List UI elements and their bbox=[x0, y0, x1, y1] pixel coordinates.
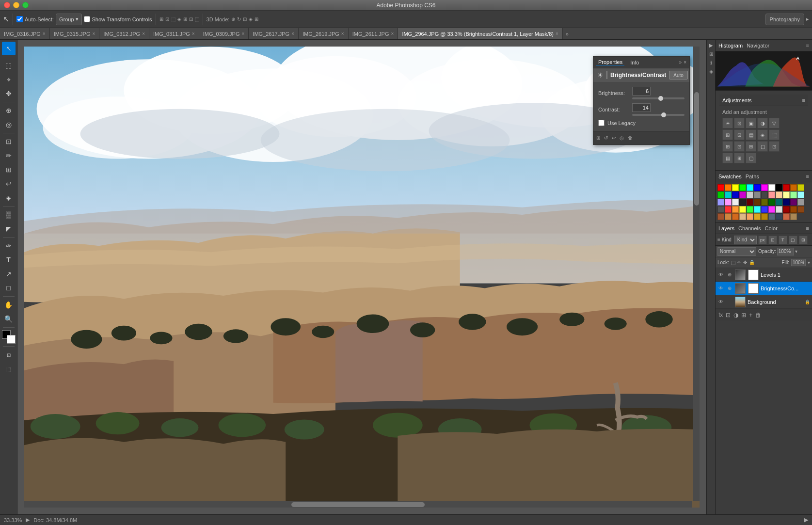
adj-photofilter-icon[interactable]: ◈ bbox=[757, 129, 768, 140]
swatch-37[interactable] bbox=[797, 206, 804, 213]
path-selection-btn[interactable]: ↗ bbox=[2, 267, 16, 281]
info-tab[interactable]: Info bbox=[628, 60, 641, 65]
layer-vis-background[interactable]: 👁 bbox=[717, 299, 724, 305]
swatch-15[interactable] bbox=[725, 199, 732, 206]
auto-select-type[interactable]: Group ▾ bbox=[56, 14, 82, 25]
filter-icon-2[interactable]: ⊡ bbox=[768, 236, 777, 244]
adj-colorlookup-icon[interactable]: ⊞ bbox=[722, 141, 733, 152]
swatch-8[interactable] bbox=[761, 191, 768, 198]
adj-vibrance-icon[interactable]: ▽ bbox=[769, 118, 780, 128]
layer-item-brightness[interactable]: 👁 ⊕ Brightness/Co... bbox=[716, 282, 812, 295]
swatch-yellow[interactable] bbox=[732, 184, 739, 191]
panel-bottom-icon-5[interactable]: 🗑 bbox=[628, 135, 633, 141]
vertical-scrollbar[interactable] bbox=[693, 47, 700, 501]
marquee-tool-btn[interactable]: ⬚ bbox=[2, 59, 16, 72]
adj-colorbalance-icon[interactable]: ⊡ bbox=[734, 129, 745, 140]
horizontal-scrollbar[interactable] bbox=[24, 501, 692, 508]
swatch-28[interactable] bbox=[732, 206, 739, 213]
swatch-cyan[interactable] bbox=[747, 184, 753, 191]
filter-icon-5[interactable]: ⊞ bbox=[799, 236, 808, 244]
vertical-scroll-thumb[interactable] bbox=[694, 92, 699, 206]
swatch-dark-orange[interactable] bbox=[790, 184, 797, 191]
swatch-13[interactable] bbox=[797, 191, 804, 198]
swatch-18[interactable] bbox=[747, 199, 753, 206]
swatch-7[interactable] bbox=[754, 191, 761, 198]
pen-btn[interactable]: ✑ bbox=[2, 239, 16, 253]
adj-posterize-icon[interactable]: ⊞ bbox=[746, 141, 756, 152]
contrast-thumb[interactable] bbox=[661, 112, 666, 117]
delete-layer-icon[interactable]: 🗑 bbox=[755, 312, 761, 318]
close-button[interactable] bbox=[4, 2, 10, 8]
swatch-red[interactable] bbox=[717, 184, 724, 191]
navigator-tab[interactable]: Navigator bbox=[747, 43, 769, 48]
swatch-35[interactable] bbox=[783, 206, 790, 213]
swatch-34[interactable] bbox=[776, 206, 782, 213]
tab-close-2617[interactable]: × bbox=[291, 31, 294, 36]
layer-vis-levels[interactable]: 👁 bbox=[717, 271, 724, 278]
opacity-arrow[interactable]: ▾ bbox=[795, 249, 797, 254]
tab-close-0309[interactable]: × bbox=[242, 31, 245, 36]
swatch-11[interactable] bbox=[783, 191, 790, 198]
brightness-thumb[interactable] bbox=[658, 96, 663, 101]
dodge-btn[interactable]: ◤ bbox=[2, 222, 16, 236]
gradient-btn[interactable]: ▒ bbox=[2, 208, 16, 222]
shape-btn[interactable]: □ bbox=[2, 281, 16, 295]
new-layer-icon[interactable]: + bbox=[749, 312, 752, 318]
side-adjust-icon[interactable]: ◈ bbox=[708, 68, 715, 75]
auto-button[interactable]: Auto bbox=[669, 71, 688, 80]
opacity-input[interactable] bbox=[777, 248, 794, 255]
use-legacy-checkbox[interactable] bbox=[598, 120, 605, 126]
side-arrow-icon[interactable]: ▶ bbox=[708, 42, 715, 48]
auto-select-checkbox[interactable]: Auto-Select: bbox=[16, 16, 54, 22]
window-controls[interactable] bbox=[4, 2, 29, 8]
tab-img2964[interactable]: IMG_2964.JPG @ 33.3% (Brightness/Contras… bbox=[398, 28, 562, 39]
swatch-25[interactable] bbox=[797, 199, 804, 206]
swatch-9[interactable] bbox=[768, 191, 775, 198]
color-tab[interactable]: Color bbox=[765, 225, 778, 231]
adj-channelmixer-icon[interactable]: ⬚ bbox=[769, 129, 780, 140]
swatch-blue[interactable] bbox=[754, 184, 761, 191]
swatch-19[interactable] bbox=[754, 199, 761, 206]
panel-bottom-icon-3[interactable]: ↩ bbox=[612, 135, 616, 141]
panel-bottom-icon-1[interactable]: ⊞ bbox=[596, 135, 600, 141]
lock-move-icon[interactable]: ✥ bbox=[743, 260, 747, 265]
filter-icon-3[interactable]: T bbox=[779, 236, 787, 244]
adj-selective-color-icon[interactable]: ▤ bbox=[722, 153, 733, 163]
swatch-32[interactable] bbox=[761, 206, 768, 213]
adj-invert-icon[interactable]: ⊡ bbox=[734, 141, 745, 152]
tabs-overflow-arrow[interactable]: » bbox=[563, 28, 572, 39]
kind-select[interactable]: Kind bbox=[734, 236, 757, 244]
panel-expand-icon[interactable]: » bbox=[679, 60, 682, 65]
lock-paint-icon[interactable]: ✏ bbox=[737, 260, 741, 265]
swatch-45[interactable] bbox=[768, 213, 775, 220]
swatch-39[interactable] bbox=[725, 213, 732, 220]
workspace-button[interactable]: Photography bbox=[765, 14, 804, 25]
swatch-20[interactable] bbox=[761, 199, 768, 206]
brightness-input[interactable] bbox=[632, 87, 651, 95]
healing-brush-btn[interactable]: ⊡ bbox=[2, 135, 16, 148]
layer-item-levels[interactable]: 👁 ⊕ Levels 1 bbox=[716, 268, 812, 282]
swatch-17[interactable] bbox=[739, 199, 746, 206]
maximize-button[interactable] bbox=[22, 2, 29, 8]
zoom-btn[interactable]: 🔍 bbox=[2, 312, 16, 326]
lock-pixels-icon[interactable]: ⬚ bbox=[731, 260, 735, 265]
swatch-43[interactable] bbox=[754, 213, 761, 220]
swatch-44[interactable] bbox=[761, 213, 768, 220]
adj-extra-icon-1[interactable]: ⊞ bbox=[734, 153, 745, 163]
properties-tab[interactable]: Properties bbox=[596, 59, 624, 65]
swatch-38[interactable] bbox=[717, 213, 724, 220]
channels-tab[interactable]: Channels bbox=[738, 225, 761, 231]
workspace-expand-icon[interactable]: ▸ bbox=[806, 16, 809, 22]
quick-mask-btn[interactable]: ⊡ bbox=[2, 348, 16, 362]
swatch-orange[interactable] bbox=[725, 184, 732, 191]
history-brush-btn[interactable]: ↩ bbox=[2, 177, 16, 191]
tab-close-2619[interactable]: × bbox=[341, 31, 344, 36]
swatch-29[interactable] bbox=[739, 206, 746, 213]
filter-icon-4[interactable]: ▢ bbox=[789, 236, 797, 244]
panel-bottom-icon-4[interactable]: ◎ bbox=[620, 135, 624, 141]
fill-arrow[interactable]: ▾ bbox=[808, 260, 810, 265]
adj-brightness-icon[interactable]: ☀ bbox=[722, 118, 733, 128]
swatch-green[interactable] bbox=[739, 184, 746, 191]
swatch-23[interactable] bbox=[783, 199, 790, 206]
swatch-3[interactable] bbox=[725, 191, 732, 198]
